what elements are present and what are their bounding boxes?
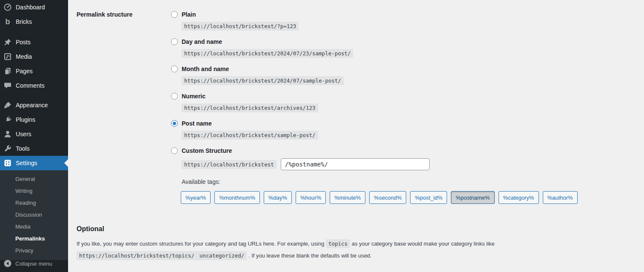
sidebar-item-label: Dashboard (16, 4, 45, 11)
sidebar-item-label: Plugins (16, 116, 35, 123)
permalink-option-choice[interactable]: Custom Structure (171, 147, 635, 155)
permalink-option-choice[interactable]: Numeric (171, 92, 635, 100)
dashboard-icon (3, 3, 12, 11)
settings-submenu-permalinks[interactable]: Permalinks (0, 233, 68, 245)
optional-heading: Optional (77, 225, 635, 233)
option-label: Post name (182, 120, 212, 127)
custom-structure-input[interactable] (281, 158, 430, 170)
permalink-structure-row: Permalink structure Plain https://localh… (77, 11, 635, 204)
permalink-option-plain: Plain https://localhost/brickstest/?p=12… (171, 11, 635, 30)
settings-submenu-media[interactable]: Media (0, 221, 68, 233)
custom-structure-prefix: https://localhost/brickstest (182, 160, 276, 169)
tag-button-day[interactable]: %day% (264, 191, 292, 204)
admin-sidebar: Dashboard b Bricks Posts Media Pages Com… (0, 0, 68, 272)
sidebar-item-plugins[interactable]: Plugins (0, 112, 68, 127)
sidebar-item-label: Comments (16, 82, 45, 89)
tag-button-hour[interactable]: %hour% (296, 191, 326, 204)
sidebar-menu-group-3: Appearance Plugins Users Tools Settings (0, 98, 68, 170)
wrench-icon (3, 144, 12, 153)
paragraph-segment: If you like, you may enter custom struct… (77, 241, 326, 247)
tag-button-monthnum[interactable]: %monthnum% (214, 191, 260, 204)
permalink-options: Plain https://localhost/brickstest/?p=12… (171, 11, 635, 204)
radio-button[interactable] (171, 11, 178, 18)
collapse-menu-button[interactable]: Collapse menu (0, 257, 68, 270)
tag-button-author[interactable]: %author% (543, 191, 578, 204)
radio-button[interactable] (171, 66, 178, 72)
sidebar-item-settings[interactable]: Settings (0, 156, 68, 170)
paragraph-segment: uncategorized/ (197, 251, 247, 260)
tag-button-year[interactable]: %year% (181, 191, 211, 204)
sidebar-item-label: Appearance (16, 102, 48, 109)
comment-icon (3, 81, 12, 90)
option-label: Month and name (182, 66, 229, 72)
radio-button[interactable] (171, 147, 178, 154)
permalink-option-choice[interactable]: Plain (171, 11, 635, 18)
svg-text:b: b (6, 17, 10, 26)
paragraph-segment: . If you leave these blank the defaults … (247, 252, 371, 259)
tag-button-second[interactable]: %second% (369, 191, 406, 204)
bricks-icon: b (3, 17, 12, 26)
sidebar-item-pages[interactable]: Pages (0, 64, 68, 78)
paragraph-segment: as your category base would make your ca… (350, 241, 495, 247)
example-url-code: https://localhost/brickstest/sample-post… (182, 131, 318, 140)
menu-separator (0, 93, 68, 98)
tag-button-postname[interactable]: %postname% (451, 191, 494, 204)
permalink-option-choice[interactable]: Post name (171, 120, 635, 127)
sidebar-item-posts[interactable]: Posts (0, 35, 68, 49)
sidebar-item-label: Bricks (16, 18, 32, 25)
example-url: https://localhost/brickstest/2024/07/sam… (182, 77, 635, 84)
available-tags: %year%%monthnum%%day%%hour%%minute%%seco… (181, 191, 635, 204)
optional-section: Optional If you like, you may enter cust… (77, 225, 635, 262)
sidebar-item-label: Tools (16, 145, 30, 152)
media-icon (3, 52, 12, 61)
sidebar-item-label: Media (16, 53, 32, 60)
sidebar-item-comments[interactable]: Comments (0, 78, 68, 93)
radio-button[interactable] (171, 120, 178, 127)
settings-submenu-writing[interactable]: Writing (0, 185, 68, 197)
sidebar-item-media[interactable]: Media (0, 49, 68, 64)
sidebar-item-label: Pages (16, 68, 33, 74)
permalink-option-choice[interactable]: Month and name (171, 65, 635, 73)
sidebar-item-bricks[interactable]: b Bricks (0, 14, 68, 29)
user-icon (3, 130, 12, 138)
sidebar-item-users[interactable]: Users (0, 127, 68, 141)
plugin-icon (3, 115, 12, 124)
sidebar-menu-group-2: Posts Media Pages Comments (0, 35, 68, 93)
sidebar-item-label: Users (16, 131, 31, 137)
settings-submenu-discussion[interactable]: Discussion (0, 209, 68, 221)
permalink-option-custom-structure: Custom Structure https://localhost/brick… (171, 147, 635, 170)
permalink-settings-page: Permalink structure Plain https://localh… (68, 0, 644, 262)
optional-paragraph: If you like, you may enter custom struct… (77, 238, 635, 262)
radio-button[interactable] (171, 38, 178, 45)
tag-button-minute[interactable]: %minute% (330, 191, 365, 204)
example-url: https://localhost/brickstest/sample-post… (182, 131, 635, 139)
sidebar-item-appearance[interactable]: Appearance (0, 98, 68, 112)
sidebar-item-dashboard[interactable]: Dashboard (0, 0, 68, 14)
option-label: Day and name (182, 38, 222, 45)
tag-button-category[interactable]: %category% (499, 191, 539, 204)
radio-button[interactable] (171, 93, 178, 100)
sidebar-item-label: Posts (16, 39, 31, 46)
paragraph-segment: topics (326, 239, 350, 248)
settings-submenu: GeneralWritingReadingDiscussionMediaPerm… (0, 170, 68, 260)
tag-button-post-id[interactable]: %post_id% (410, 191, 447, 204)
available-tags-label: Available tags: (182, 178, 635, 186)
sliders-icon (3, 159, 12, 167)
sidebar-item-tools[interactable]: Tools (0, 141, 68, 156)
permalink-structure-label: Permalink structure (77, 11, 171, 204)
permalink-option-day-and-name: Day and name https://localhost/brickstes… (171, 38, 635, 57)
permalink-option-post-name: Post name https://localhost/brickstest/s… (171, 120, 635, 139)
settings-submenu-reading[interactable]: Reading (0, 197, 68, 209)
sidebar-menu-group-1: Dashboard b Bricks (0, 0, 68, 29)
example-url-code: https://localhost/brickstest/2024/07/sam… (182, 76, 344, 85)
example-url-code: https://localhost/brickstest/2024/07/23/… (182, 49, 353, 58)
example-url: https://localhost/brickstest/archives/12… (182, 104, 635, 112)
permalink-option-month-and-name: Month and name https://localhost/brickst… (171, 65, 635, 84)
brush-icon (3, 101, 12, 109)
collapse-arrow-icon (3, 259, 12, 268)
settings-submenu-privacy[interactable]: Privacy (0, 245, 68, 257)
paragraph-segment: https://localhost/brickstest/topics/ (77, 251, 197, 260)
permalink-option-choice[interactable]: Day and name (171, 38, 635, 46)
settings-submenu-general[interactable]: General (0, 173, 68, 185)
custom-structure-row: https://localhost/brickstest (182, 158, 635, 170)
